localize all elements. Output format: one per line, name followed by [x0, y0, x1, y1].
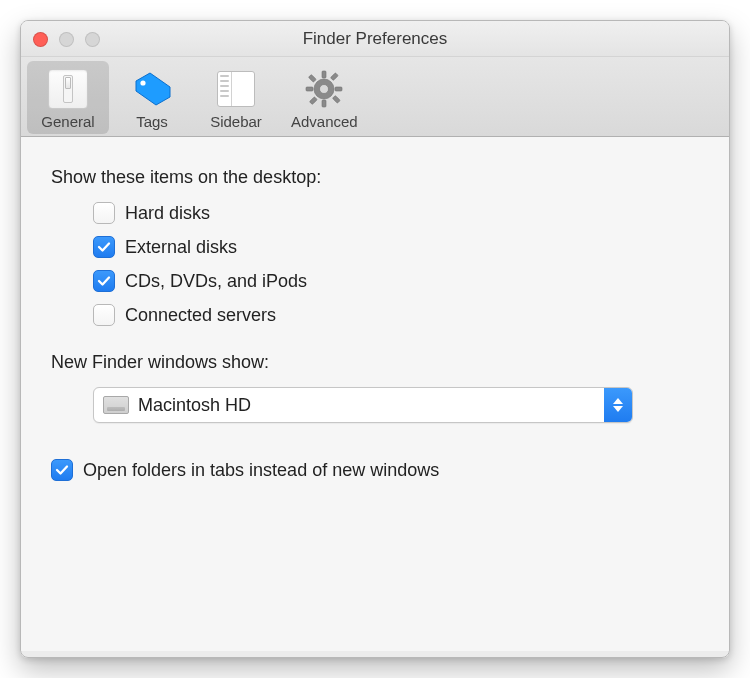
tab-advanced[interactable]: Advanced [279, 61, 370, 134]
svg-rect-4 [306, 87, 313, 91]
tag-icon [130, 67, 174, 111]
general-pane: Show these items on the desktop: Hard di… [21, 137, 729, 651]
svg-rect-6 [309, 74, 317, 82]
svg-rect-7 [333, 95, 341, 103]
desktop-items-label: Show these items on the desktop: [51, 167, 699, 188]
row-cds-dvds-ipods: CDs, DVDs, and iPods [51, 270, 699, 292]
svg-point-0 [140, 80, 145, 85]
sidebar-icon [214, 67, 258, 111]
tab-sidebar[interactable]: Sidebar [195, 61, 277, 134]
label-connected-servers: Connected servers [125, 305, 276, 326]
titlebar: Finder Preferences [21, 21, 729, 57]
tab-general[interactable]: General [27, 61, 109, 134]
row-connected-servers: Connected servers [51, 304, 699, 326]
checkbox-open-in-tabs[interactable] [51, 459, 73, 481]
svg-rect-8 [331, 73, 339, 81]
tab-general-label: General [41, 113, 94, 130]
gear-icon [302, 67, 346, 111]
checkbox-cds-dvds-ipods[interactable] [93, 270, 115, 292]
window-zoom-button[interactable] [85, 32, 100, 47]
svg-rect-9 [310, 97, 318, 105]
svg-rect-3 [322, 100, 326, 107]
switch-icon [46, 67, 90, 111]
tab-tags-label: Tags [136, 113, 168, 130]
new-windows-select[interactable]: Macintosh HD [93, 387, 633, 423]
row-external-disks: External disks [51, 236, 699, 258]
chevron-up-down-icon [604, 388, 632, 422]
prefs-toolbar: General Tags Sidebar [21, 57, 729, 137]
label-cds-dvds-ipods: CDs, DVDs, and iPods [125, 271, 307, 292]
window-title: Finder Preferences [21, 29, 729, 49]
traffic-lights [33, 21, 100, 57]
label-external-disks: External disks [125, 237, 237, 258]
svg-point-10 [320, 85, 329, 94]
hdd-icon [102, 393, 130, 417]
label-hard-disks: Hard disks [125, 203, 210, 224]
row-open-in-tabs: Open folders in tabs instead of new wind… [51, 459, 699, 481]
new-windows-value: Macintosh HD [130, 395, 604, 416]
tab-sidebar-label: Sidebar [210, 113, 262, 130]
new-windows-label: New Finder windows show: [51, 352, 699, 373]
label-open-in-tabs: Open folders in tabs instead of new wind… [83, 460, 439, 481]
window-close-button[interactable] [33, 32, 48, 47]
svg-rect-2 [322, 71, 326, 78]
checkbox-connected-servers[interactable] [93, 304, 115, 326]
svg-rect-5 [335, 87, 342, 91]
window-minimize-button[interactable] [59, 32, 74, 47]
checkbox-hard-disks[interactable] [93, 202, 115, 224]
tab-advanced-label: Advanced [291, 113, 358, 130]
row-hard-disks: Hard disks [51, 202, 699, 224]
checkbox-external-disks[interactable] [93, 236, 115, 258]
tab-tags[interactable]: Tags [111, 61, 193, 134]
preferences-window: Finder Preferences General Tags [20, 20, 730, 658]
